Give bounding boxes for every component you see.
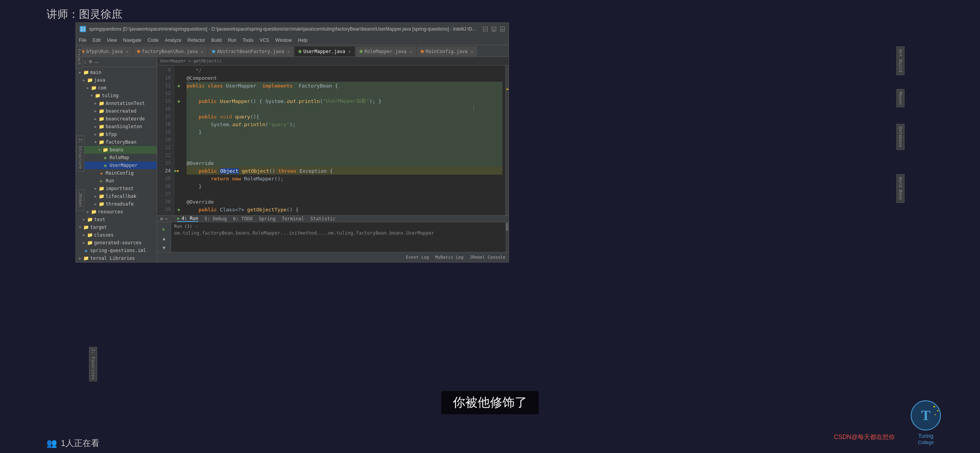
- code-line-29: public Class<?> getObjectType() {: [187, 206, 502, 213]
- status-jrebel-console[interactable]: JRebel Console: [469, 255, 505, 260]
- tab-usermapper[interactable]: UserMapper.java ×: [295, 46, 355, 57]
- gutter-warn-24[interactable]: ●: [176, 169, 178, 173]
- scroll-strip[interactable]: [505, 65, 509, 215]
- run-settings-icon[interactable]: ⚙: [160, 216, 163, 221]
- tree-item-target[interactable]: ▼ 📁 target: [76, 223, 157, 231]
- tree-item-run[interactable]: ▶ Run: [76, 177, 157, 185]
- tree-item-java[interactable]: ▶ 📁 java: [76, 76, 157, 84]
- database-label[interactable]: Database: [896, 124, 905, 150]
- menu-analyze[interactable]: Analyze: [165, 38, 182, 43]
- menu-code[interactable]: Code: [147, 38, 159, 43]
- tree-item-threadsafe[interactable]: ▶ 📁 threadsafe: [76, 200, 157, 208]
- maximize-button[interactable]: □: [492, 27, 496, 31]
- code-line-27: [187, 190, 502, 198]
- gutter-icon-13[interactable]: ●: [178, 99, 180, 103]
- run-tab-statistic[interactable]: Statistic: [310, 216, 336, 221]
- svg-text:★: ★: [933, 403, 935, 409]
- tab-abstractbean[interactable]: AbstractBeanFactory.java ×: [208, 46, 294, 57]
- subtitle-overlay: 你被他修饰了: [441, 391, 539, 414]
- run-down-button[interactable]: ▼: [160, 244, 168, 252]
- menu-refactor[interactable]: Refactor: [188, 38, 205, 43]
- tree-item-factorybean[interactable]: ▼ 📁 factoryBean: [76, 138, 157, 146]
- toolbar-icon-collapse[interactable]: —: [95, 60, 99, 64]
- gutter-icon-11[interactable]: ●: [178, 84, 180, 88]
- close-button[interactable]: ✕: [500, 27, 505, 31]
- status-mybatis-log[interactable]: MyBatis Log: [435, 255, 463, 260]
- tree-item-classes[interactable]: ▶ 📁 classes: [76, 231, 157, 239]
- tree-item-external-libs[interactable]: ▶ 📁 ternal Libraries: [76, 254, 157, 262]
- run-play-button[interactable]: ▶: [160, 225, 168, 233]
- tree-item-main[interactable]: ▶ 📁 main: [76, 69, 157, 76]
- code-line-10: @Component: [187, 74, 502, 82]
- code-content[interactable]: */ @Component public class UserMapper im…: [183, 65, 505, 215]
- run-icon: ▶: [177, 216, 180, 221]
- tab-bfpp-run[interactable]: bfpp\Run.java ×: [77, 46, 132, 57]
- ide-window: IJ springquestions [D:\javaworkspace\min…: [75, 22, 509, 263]
- menu-build[interactable]: Build: [211, 38, 222, 43]
- structure-label[interactable]: Z: Structure: [76, 136, 84, 172]
- tree-item-rolemapper[interactable]: ● RoleMap: [76, 154, 157, 161]
- run-tab-debug[interactable]: 5: Debug: [204, 216, 227, 221]
- line-numbers: 9 10 11 12 13 16 17 18 19 20 21 22 23 24…: [157, 65, 174, 215]
- run-tab-spring[interactable]: Spring: [259, 216, 276, 221]
- menu-edit[interactable]: Edit: [93, 38, 101, 43]
- toolbar-icon-sort[interactable]: ↕: [84, 60, 86, 64]
- tree-item-beancreated[interactable]: ▶ 📁 beancreated: [76, 107, 157, 115]
- tree-item-annotationtest[interactable]: ▶ 📁 AnnotationTest: [76, 100, 157, 107]
- tree-item-test[interactable]: ▶ 📁 test: [76, 216, 157, 223]
- maven-label[interactable]: Maven: [896, 89, 905, 107]
- code-line-12: [187, 89, 502, 97]
- tree-item-iml[interactable]: ◼ spring-questions.iml: [76, 247, 157, 254]
- menu-run[interactable]: Run: [228, 38, 236, 43]
- menu-help[interactable]: Help: [298, 38, 308, 43]
- ant-build-label[interactable]: Ant Build: [896, 46, 905, 75]
- minimize-button[interactable]: ─: [483, 27, 488, 31]
- wordbook-label[interactable]: Word Book: [896, 174, 905, 203]
- project-panel-label[interactable]: Project: [76, 45, 82, 69]
- code-line-24: public Object getObject() throws Excepti…: [187, 167, 502, 175]
- gutter-breakpoint-24[interactable]: ●: [174, 169, 176, 173]
- tree-item-lifecallbak[interactable]: ▶ 📁 lifecallbak: [76, 192, 157, 200]
- rebel-label[interactable]: JRebel: [76, 190, 84, 211]
- three-dots-menu[interactable]: ⋮: [471, 105, 477, 112]
- gutter-icon-29[interactable]: ●: [178, 208, 180, 212]
- tree-item-bfpp[interactable]: ▶ 📁 bfpp: [76, 130, 157, 138]
- status-event-log[interactable]: Event Log: [406, 255, 429, 260]
- favorites-label[interactable]: 2: Favorites: [89, 347, 97, 381]
- line-num-23: 23: [157, 159, 174, 167]
- svg-text:T: T: [921, 408, 930, 423]
- content-area: ⊞ ↕ ⚙ — ▶ 📁 main ▶ 📁 java: [76, 57, 509, 262]
- line-num-18: 18: [157, 120, 174, 128]
- run-up-button[interactable]: ▲: [160, 235, 168, 242]
- toolbar-icon-settings[interactable]: ⚙: [89, 59, 93, 64]
- menu-file[interactable]: File: [79, 38, 86, 43]
- tree-item-resources[interactable]: ▶ 📁 resources: [76, 208, 157, 216]
- menu-vcs[interactable]: VCS: [260, 38, 269, 43]
- tab-rolemapper[interactable]: RoleMapper.java ×: [356, 46, 416, 57]
- menu-navigate[interactable]: Navigate: [123, 38, 141, 43]
- run-tab-run[interactable]: ▶ 4: Run: [177, 216, 199, 222]
- tree-item-usermapper[interactable]: ● UserMapper: [76, 161, 157, 169]
- menu-tools[interactable]: Tools: [243, 38, 254, 43]
- run-tab-terminal[interactable]: Terminal: [282, 216, 304, 221]
- run-minimize-icon[interactable]: −: [164, 216, 168, 222]
- tree-item-generated-sources[interactable]: ▶ 📁 generated-sources: [76, 239, 157, 247]
- svg-text:★: ★: [934, 413, 936, 416]
- tree-item-tuling[interactable]: ▼ 📁 tuling: [76, 92, 157, 100]
- tab-mainconfig[interactable]: MainConfig.java ×: [417, 46, 477, 57]
- code-line-20: [187, 136, 502, 144]
- tree-item-beancreateorde[interactable]: ▶ 📁 beancreateorde: [76, 115, 157, 123]
- tab-factorybean-run[interactable]: factoryBean\Run.java ×: [133, 46, 207, 57]
- code-line-13: public UserMapper() { System.out.println…: [187, 97, 502, 105]
- menu-window[interactable]: Window: [275, 38, 292, 43]
- tree-item-mainconfig[interactable]: ◆ MainConfig: [76, 169, 157, 177]
- tree-item-com[interactable]: ▶ 📁 com: [76, 84, 157, 92]
- menu-view[interactable]: View: [107, 38, 117, 43]
- tree-item-importtest[interactable]: ▶ 📁 importtest: [76, 185, 157, 192]
- tree-item-beans[interactable]: ▼ 📁 beans: [76, 146, 157, 154]
- menu-bar: File Edit View Navigate Code Analyze Ref…: [76, 35, 509, 45]
- tuling-name: Turing College: [918, 433, 934, 445]
- tree-item-beansingleton[interactable]: ▶ 📁 beanSingleton: [76, 123, 157, 130]
- line-num-16: 16: [157, 105, 174, 113]
- run-tab-todo[interactable]: 6: TODO: [233, 216, 253, 221]
